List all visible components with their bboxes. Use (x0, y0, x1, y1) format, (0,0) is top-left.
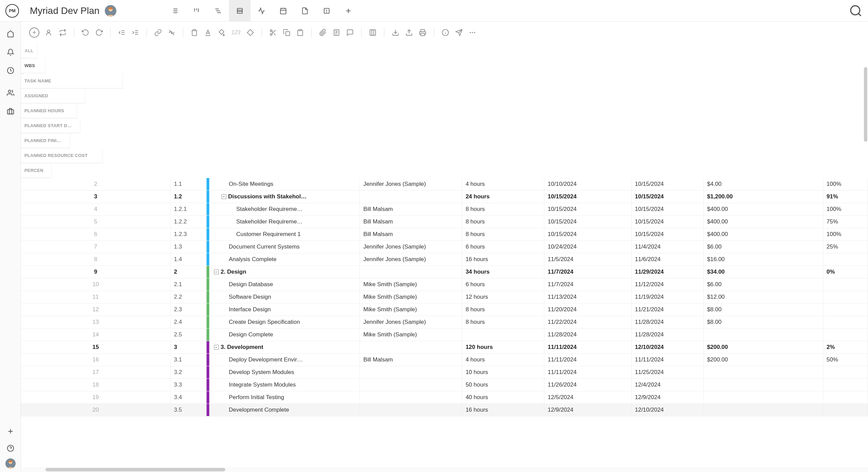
add-view-tab[interactable] (337, 0, 359, 22)
percent-cell[interactable]: 100% (823, 203, 868, 216)
row-number[interactable]: 14 (21, 329, 170, 341)
start-cell[interactable]: 11/11/2024 (544, 366, 631, 379)
collapse-icon[interactable]: − (221, 194, 226, 199)
table-row[interactable]: 193.4Perform Initial Testing40 hours12/5… (21, 391, 868, 404)
task-name-cell[interactable]: Develop System Modules (211, 366, 360, 379)
wbs-cell[interactable]: 3.3 (170, 379, 206, 391)
table-row[interactable]: 122.3Interface DesignMike Smith (Sample)… (21, 303, 868, 316)
hours-cell[interactable]: 4 hours (462, 178, 544, 191)
hours-cell[interactable]: 8 hours (462, 316, 544, 329)
assigned-cell[interactable]: Bill Malsam (360, 216, 462, 228)
gantt-view-tab[interactable] (207, 0, 229, 22)
task-name-cell[interactable]: Development Complete (211, 404, 360, 416)
fill-color-button[interactable] (218, 29, 225, 36)
files-view-tab[interactable] (294, 0, 316, 22)
wbs-cell[interactable]: 1.3 (170, 241, 206, 253)
cost-cell[interactable]: $400.00 (703, 228, 823, 241)
hours-cell[interactable]: 6 hours (462, 278, 544, 291)
task-name-cell[interactable]: Customer Requirement 1 (211, 228, 360, 241)
hours-cell[interactable]: 120 hours (462, 341, 544, 354)
assigned-cell[interactable]: Mike Smith (Sample) (360, 291, 462, 303)
wbs-cell[interactable]: 1.2 (170, 191, 206, 203)
start-cell[interactable]: 10/15/2024 (544, 228, 631, 241)
search-button[interactable] (849, 4, 863, 18)
row-number[interactable]: 20 (21, 404, 170, 416)
hours-cell[interactable]: 34 hours (462, 266, 544, 278)
wbs-cell[interactable]: 2 (170, 266, 206, 278)
send-button[interactable] (455, 29, 463, 36)
row-number[interactable]: 19 (21, 391, 170, 404)
start-cell[interactable]: 11/28/2024 (544, 329, 631, 341)
assigned-cell[interactable]: Bill Malsam (360, 203, 462, 216)
row-number[interactable]: 18 (21, 379, 170, 391)
unlink-button[interactable] (168, 29, 175, 36)
finish-cell[interactable]: 11/11/2024 (631, 354, 703, 366)
percent-cell[interactable] (823, 278, 868, 291)
assigned-cell[interactable] (360, 191, 462, 203)
row-number[interactable]: 16 (21, 354, 170, 366)
assigned-cell[interactable]: Mike Smith (Sample) (360, 303, 462, 316)
finish-cell[interactable]: 10/15/2024 (631, 178, 703, 191)
finish-cell[interactable]: 11/25/2024 (631, 366, 703, 379)
recent-icon[interactable] (4, 64, 17, 77)
start-cell[interactable]: 11/7/2024 (544, 266, 631, 278)
wbs-cell[interactable]: 2.3 (170, 303, 206, 316)
col-header-task[interactable]: TASK NAME (21, 74, 123, 88)
percent-cell[interactable]: 100% (823, 228, 868, 241)
hours-cell[interactable]: 6 hours (462, 241, 544, 253)
table-row[interactable]: 132.4Create Design SpecificationJennifer… (21, 316, 868, 329)
import-button[interactable] (392, 29, 399, 36)
percent-cell[interactable] (823, 391, 868, 404)
start-cell[interactable]: 12/5/2024 (544, 391, 631, 404)
percent-cell[interactable] (823, 253, 868, 266)
row-number[interactable]: 12 (21, 303, 170, 316)
start-cell[interactable]: 11/22/2024 (544, 316, 631, 329)
task-name-cell[interactable]: Stakeholder Requireme… (211, 203, 360, 216)
hours-cell[interactable]: 16 hours (462, 253, 544, 266)
link-button[interactable] (154, 29, 162, 36)
task-name-cell[interactable]: Document Current Systems (211, 241, 360, 253)
task-name-cell[interactable]: Integrate System Modules (211, 379, 360, 391)
add-nav-icon[interactable] (4, 425, 17, 438)
row-number[interactable]: 10 (21, 278, 170, 291)
finish-cell[interactable]: 11/4/2024 (631, 241, 703, 253)
assigned-cell[interactable] (360, 391, 462, 404)
cut-button[interactable] (269, 29, 277, 36)
delete-button[interactable] (191, 29, 198, 36)
task-name-cell[interactable]: Analysis Complete (211, 253, 360, 266)
start-cell[interactable]: 10/24/2024 (544, 241, 631, 253)
wbs-cell[interactable]: 2.5 (170, 329, 206, 341)
table-row[interactable]: 61.2.3Customer Requirement 1Bill Malsam8… (21, 228, 868, 241)
hours-cell[interactable]: 4 hours (462, 354, 544, 366)
horizontal-scrollbar-track[interactable] (21, 467, 868, 472)
columns-button[interactable] (369, 29, 377, 36)
percent-cell[interactable] (823, 366, 868, 379)
wbs-cell[interactable]: 3.5 (170, 404, 206, 416)
assigned-cell[interactable] (360, 379, 462, 391)
cost-cell[interactable] (703, 404, 823, 416)
assigned-cell[interactable]: Jennifer Jones (Sample) (360, 316, 462, 329)
cost-cell[interactable]: $8.00 (703, 303, 823, 316)
table-row[interactable]: 102.1Design DatabaseMike Smith (Sample)6… (21, 278, 868, 291)
horizontal-scrollbar-thumb[interactable] (45, 468, 225, 471)
print-button[interactable] (419, 29, 426, 36)
calendar-view-tab[interactable] (272, 0, 294, 22)
task-name-cell[interactable]: Stakeholder Requireme… (211, 216, 360, 228)
paste-button[interactable] (296, 29, 304, 36)
task-name-cell[interactable]: On-Site Meetings (211, 178, 360, 191)
col-header-hours[interactable]: PLANNED HOURS (21, 103, 77, 118)
cost-cell[interactable]: $34.00 (703, 266, 823, 278)
text-color-button[interactable] (204, 29, 212, 36)
percent-cell[interactable]: 100% (823, 178, 868, 191)
finish-cell[interactable]: 10/15/2024 (631, 203, 703, 216)
redo-button[interactable] (95, 29, 103, 36)
cost-cell[interactable]: $200.00 (703, 341, 823, 354)
more-button[interactable] (469, 29, 476, 36)
percent-cell[interactable] (823, 379, 868, 391)
percent-cell[interactable]: 25% (823, 241, 868, 253)
task-name-cell[interactable]: −2. Design (211, 266, 360, 278)
task-name-cell[interactable]: Interface Design (211, 303, 360, 316)
cost-cell[interactable] (703, 379, 823, 391)
col-header-finish[interactable]: PLANNED FINI… (21, 133, 70, 148)
row-number[interactable]: 3 (21, 191, 170, 203)
